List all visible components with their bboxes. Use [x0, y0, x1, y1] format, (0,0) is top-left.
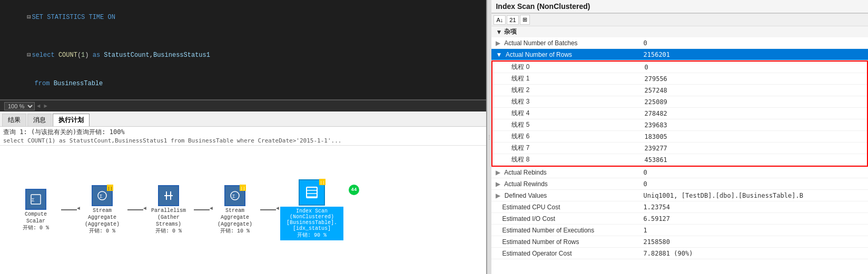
label-est-rows: Estimated Number of Rows [502, 238, 579, 246]
prop-name-rows: ▼ Actual Number of Rows [491, 50, 639, 59]
prop-value-defined-values: Uniq1001, [TestDB].[dbo].[BusinessTable]… [639, 191, 868, 200]
thread-7-name: 线程 7 [492, 143, 640, 154]
prop-expand-btn[interactable]: ⊞ [520, 15, 530, 25]
tabs-bar: 结果 消息 执行计划 [0, 111, 486, 127]
node-box-stream2: Σ || Stream Aggregate(Aggregate)开销: 10 % [214, 185, 256, 235]
prop-content: ▼ 杂项 ▶ Actual Number of Batches 0 ▼ Actu… [491, 26, 868, 274]
prop-row-defined-values: ▶ Defined Values Uniq1001, [TestDB].[dbo… [491, 190, 868, 201]
query-label: 查询 1: (与该批有关的)查询开销: 100% [3, 128, 483, 137]
stream-agg-1-icon[interactable]: Σ || [92, 185, 113, 206]
zoom-bar: 100 % 75 % 50 % ◄ ► [0, 100, 486, 111]
index-scan-label: Index Scan (NonClustered)[BusinessTable]… [280, 207, 343, 240]
node-box-compute: Σ Compute Scalar开销: 0 % [15, 189, 57, 231]
compute-scalar-icon[interactable]: Σ [25, 189, 46, 210]
prop-row-cpu-cost: Estimated CPU Cost 1.23754 [491, 201, 868, 213]
stream-agg-2-icon[interactable]: Σ || [224, 185, 245, 206]
query-info: 查询 1: (与该批有关的)查询开销: 100% select COUNT(1)… [0, 127, 486, 146]
thread-row-5: 线程 5 239683 [492, 119, 867, 131]
tab-exec-plan[interactable]: 执行计划 [53, 114, 90, 126]
thread-1-value: 279556 [640, 74, 867, 84]
sql-line-2 [4, 32, 482, 41]
parallelism-icon[interactable] [158, 185, 179, 206]
exec-plan[interactable]: Σ Compute Scalar开销: 0 % Σ || Stream Aggr… [0, 146, 486, 274]
thread-4-value: 278482 [640, 109, 867, 118]
prop-toolbar: A↓ 21 ⊞ [491, 14, 868, 26]
sql-line-1: ⊟SET STATISTICS TIME ON [4, 3, 482, 32]
prop-value-batches: 0 [639, 38, 868, 48]
parallel-badge-3: || [319, 179, 326, 185]
thread-row-7: 线程 7 239277 [492, 143, 867, 154]
thread-rows-container: 线程 0 0 线程 1 279556 线程 2 257248 线程 3 2250… [491, 60, 868, 167]
thread-row-6: 线程 6 183005 [492, 131, 867, 143]
prop-value-est-executions: 1 [639, 226, 868, 235]
prop-name-rebinds: ▶ Actual Rebinds [491, 168, 639, 177]
thread-3-name: 线程 3 [492, 96, 640, 107]
prop-row-est-rows: Estimated Number of Rows 2158580 [491, 236, 868, 248]
label-rebinds: Actual Rebinds [504, 169, 547, 176]
tab-messages[interactable]: 消息 [27, 114, 52, 126]
sql-line-4: from BusinessTable [4, 69, 482, 98]
prop-value-rebinds: 0 [639, 168, 868, 177]
thread-row-4: 线程 4 278482 [492, 108, 867, 119]
plan-node-compute-scalar[interactable]: Σ Compute Scalar开销: 0 % [11, 189, 61, 231]
label-est-operator-cost: Estimated Operator Cost [502, 250, 571, 257]
prop-row-rebinds: ▶ Actual Rebinds 0 [491, 167, 868, 178]
thread-5-value: 239683 [640, 120, 867, 130]
thread-0-value: 0 [640, 63, 867, 72]
plan-node-index-scan[interactable]: || Index Scan (NonClustered)[BusinessTab… [276, 179, 348, 240]
prop-sort-num-btn[interactable]: 21 [507, 15, 518, 25]
plan-node-parallelism[interactable]: Parallelism(Gather Streams)开销: 0 % [143, 185, 194, 235]
prop-name-io-cost: Estimated I/O Cost [491, 214, 639, 224]
prop-value-io-cost: 6.59127 [639, 214, 868, 224]
expand-arrow-rows[interactable]: ▼ [496, 51, 502, 58]
expand-arrow-batches[interactable]: ▶ [496, 39, 500, 47]
connector-2 [127, 209, 143, 210]
thread-8-name: 线程 8 [492, 154, 640, 165]
prop-value-est-operator-cost: 7.82881 (90%) [639, 249, 868, 258]
svg-text:Σ: Σ [232, 194, 235, 199]
zoom-select[interactable]: 100 % 75 % 50 % [4, 102, 35, 110]
prop-row-est-operator-cost: Estimated Operator Cost 7.82881 (90%) [491, 248, 868, 259]
connector-1 [61, 209, 77, 210]
section-misc-label: 杂项 [504, 27, 517, 36]
section-misc[interactable]: ▼ 杂项 [491, 26, 868, 37]
sql-editor[interactable]: ⊟SET STATISTICS TIME ON ⊟select COUNT(1)… [0, 0, 486, 100]
thread-4-name: 线程 4 [492, 108, 640, 119]
thread-row-1: 线程 1 279556 [492, 73, 867, 85]
sql-line-3: ⊟select COUNT(1) as StatustCount,Busines… [4, 41, 482, 69]
plan-node-stream-agg-2[interactable]: Σ || Stream Aggregate(Aggregate)开销: 10 % [210, 185, 260, 235]
index-scan-icon[interactable]: || [299, 179, 325, 206]
svg-rect-9 [307, 187, 317, 198]
svg-text:Σ: Σ [100, 194, 103, 199]
node-box-parallelism: Parallelism(Gather Streams)开销: 0 % [147, 185, 190, 235]
tab-results[interactable]: 结果 [2, 114, 26, 126]
zoom-scroll-indicator: ◄ ► [37, 103, 47, 109]
parallel-badge-1: || [107, 185, 113, 191]
label-io-cost: Estimated I/O Cost [502, 215, 555, 222]
thread-5-name: 线程 5 [492, 119, 640, 130]
label-defined-values: Defined Values [505, 192, 547, 199]
thread-row-2: 线程 2 257248 [492, 85, 867, 96]
right-panel: Index Scan (NonClustered) A↓ 21 ⊞ ▼ 杂项 ▶… [491, 0, 868, 274]
prop-name-est-rows: Estimated Number of Rows [491, 237, 639, 247]
node-box-index: || Index Scan (NonClustered)[BusinessTab… [280, 179, 343, 240]
prop-value-cpu-cost: 1.23754 [639, 202, 868, 212]
thread-8-value: 453861 [640, 155, 867, 165]
split-handle[interactable]: ⋮ [487, 0, 491, 274]
plan-node-stream-agg-1[interactable]: Σ || Stream Aggregate(Aggregate)开销: 0 % [77, 185, 127, 235]
prop-sort-alpha-btn[interactable]: A↓ [494, 15, 506, 25]
label-batches: Actual Number of Batches [504, 39, 577, 47]
prop-row-rows[interactable]: ▼ Actual Number of Rows 2156201 [491, 49, 868, 60]
thread-1-name: 线程 1 [492, 73, 640, 84]
prop-name-defined-values: ▶ Defined Values [491, 191, 639, 200]
prop-name-batches: ▶ Actual Number of Batches [491, 38, 639, 48]
label-cpu-cost: Estimated CPU Cost [502, 204, 560, 211]
prop-value-rows: 2156201 [639, 50, 868, 59]
node-box-stream1: Σ || Stream Aggregate(Aggregate)开销: 0 % [81, 185, 123, 235]
connector-3 [194, 209, 210, 210]
thread-7-value: 239277 [640, 144, 867, 153]
thread-2-name: 线程 2 [492, 85, 640, 96]
label-rows: Actual Number of Rows [506, 51, 572, 58]
prop-name-cpu-cost: Estimated CPU Cost [491, 202, 639, 212]
stream-agg-1-label: Stream Aggregate(Aggregate)开销: 0 % [81, 207, 123, 235]
